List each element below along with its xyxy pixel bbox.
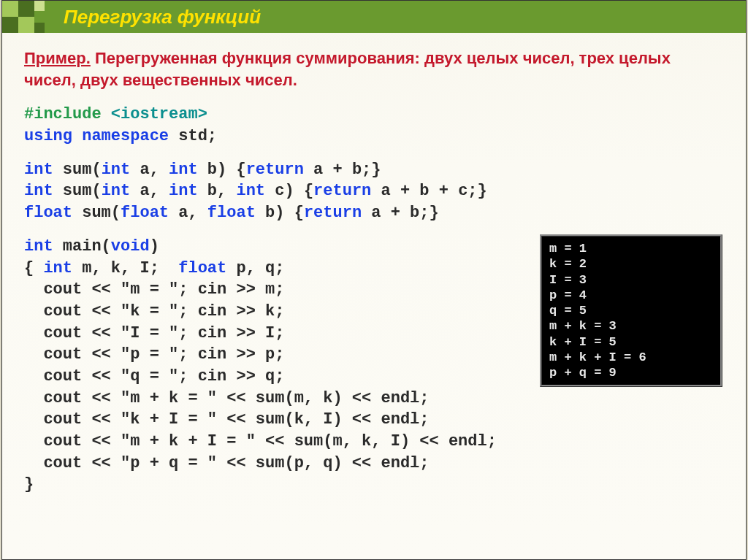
title-bar: Перегрузка функций — [2, 1, 746, 33]
slide-title: Перегрузка функций — [64, 6, 261, 28]
console-line: m = 1 — [549, 242, 587, 256]
console-line: p + q = 9 — [549, 366, 617, 380]
code-includes: #include <iostream> using namespace std; — [24, 104, 724, 147]
example-text: Перегруженная функция суммирования: двух… — [24, 49, 671, 89]
console-line: p = 4 — [549, 288, 587, 302]
console-line: m + k + I = 6 — [549, 350, 646, 364]
console-line: I = 3 — [549, 273, 587, 287]
example-statement: Пример. Перегруженная функция суммирован… — [24, 47, 724, 91]
slide: Перегрузка функций Пример. Перегруженная… — [1, 0, 747, 560]
decorative-squares — [2, 1, 59, 33]
console-line: k = 2 — [549, 257, 587, 271]
console-output: m = 1 k = 2 I = 3 p = 4 q = 5 m + k = 3 … — [540, 234, 722, 387]
console-line: k + I = 5 — [549, 335, 617, 349]
code-declarations: int sum(int a, int b) {return a + b;} in… — [24, 159, 724, 224]
example-label: Пример. — [24, 49, 91, 67]
console-line: q = 5 — [549, 304, 587, 318]
console-line: m + k = 3 — [549, 319, 617, 333]
